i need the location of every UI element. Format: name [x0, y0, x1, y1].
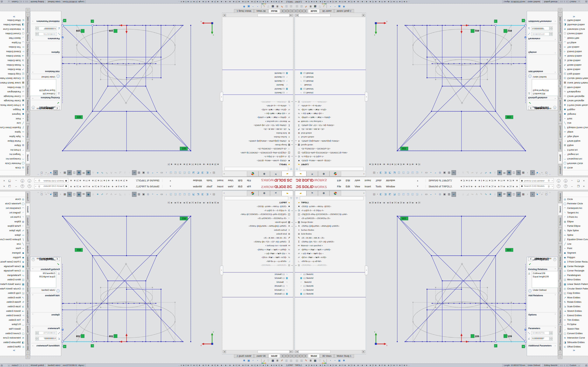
- tree-row[interactable]: ◔ ○25∙◎25ИƐ325○◦○25Ɛ3И25◎∙25○: [222, 217, 293, 221]
- sketch-row[interactable]: ▦ (-)Sketch2: [222, 277, 293, 281]
- expand-arrow-icon[interactable]: ▸: [295, 140, 297, 142]
- dimension-tag-bottom-2[interactable]: 109: [76, 334, 84, 338]
- view-toolbar-icon[interactable]: ▦: [521, 192, 525, 196]
- ok-checkmark-icon[interactable]: ✔: [529, 262, 531, 266]
- bottom-toolbar-icon[interactable]: ∟: [261, 358, 266, 363]
- view-toolbar-icon[interactable]: ↝: [470, 192, 474, 196]
- sketch-tool-item[interactable]: ∾ Spline: [0, 130, 25, 134]
- tree-row-part[interactable]: ▰ TЯPDL2.: [222, 201, 293, 205]
- sketch-tool-item[interactable]: ⇲ Scale Entities: [563, 304, 588, 309]
- sketch-tool-item[interactable]: ◆ Polygon: [0, 108, 25, 112]
- expand-arrow-icon[interactable]: ▸: [291, 156, 293, 157]
- bottom-toolbar-icon[interactable]: ▣: [246, 358, 251, 363]
- command-tab[interactable]: ⁞: [26, 355, 30, 359]
- document-tab[interactable]: Motion Study 1: [334, 354, 354, 358]
- tab-propertymanager[interactable]: ⚑: [270, 191, 282, 196]
- minimize-button[interactable]: –: [15, 185, 17, 188]
- command-tab[interactable]: Mesh Modeling: [26, 58, 30, 74]
- tree-row[interactable]: ∟ ○ИΝºƃе∙◎○◦○◎∙еƃºΝИ○: [295, 103, 366, 107]
- tree-row[interactable]: ∟ ○ИΝºƃе∙◎○◦○◎∙еƃºΝИ○: [222, 103, 293, 107]
- command-tab[interactable]: ⁞: [26, 350, 30, 355]
- bottom-toolbar-icon[interactable]: ≣: [308, 358, 313, 363]
- command-tab[interactable]: Features: [558, 164, 562, 176]
- length-spinner[interactable]: ▲▼: [550, 331, 552, 335]
- scroll-thumb[interactable]: [299, 14, 330, 17]
- command-tab[interactable]: ⁞: [26, 12, 30, 17]
- view-toolbar-icon[interactable]: ◐: [58, 171, 62, 175]
- sketch-tool-item[interactable]: ◠ Centerpoint Arc: [0, 206, 25, 210]
- panel-help-icon[interactable]: ?: [32, 258, 35, 261]
- existing-relations-header[interactable]: Existing Relations: [41, 268, 60, 271]
- bottom-toolbar-icon[interactable]: ▽: [318, 358, 322, 363]
- relation-item[interactable]: Collinear108: [31, 92, 55, 95]
- sketch-tool-item[interactable]: ✂ Trim Entities: [563, 45, 588, 49]
- pin-icon[interactable]: ▼: [416, 185, 419, 188]
- view-toolbar-icon[interactable]: ⇄: [516, 170, 521, 175]
- document-tab[interactable]: Motion Study 1: [234, 9, 254, 13]
- sketch-tool-item[interactable]: ▪ Point: [0, 117, 25, 121]
- sketch-tool-item[interactable]: ╱ Line: [0, 242, 25, 246]
- view-toolbar-icon[interactable]: ◪: [191, 192, 196, 196]
- search-icon[interactable]: ⚲: [548, 179, 550, 182]
- sketch-tool-item[interactable]: ⇲ Scale Entities: [0, 58, 25, 63]
- bottom-toolbar-icon[interactable]: ▥: [284, 358, 289, 363]
- tree-row[interactable]: ▸▨ Design Binder: [295, 221, 366, 225]
- tree-splitter[interactable]: [222, 94, 293, 95]
- command-tab[interactable]: Mold Tools: [26, 74, 30, 86]
- scroll-thumb[interactable]: [258, 350, 289, 353]
- tree-row[interactable]: ◖ Surface Bodies: [222, 134, 293, 138]
- sketch-tool-item[interactable]: ∿ Style Spline: [0, 228, 25, 233]
- search-input[interactable]: ◆Search CAD Models ⚲ ▾: [520, 178, 554, 183]
- sketch-tool-item[interactable]: ✂ Trim Entities: [563, 318, 588, 322]
- tree-row[interactable]: ◘ Solid Bodies: [222, 233, 293, 236]
- tab-nav-icon[interactable]: ◀: [291, 354, 294, 358]
- sketch-row[interactable]: ⌐ (-)Sketch1: [295, 90, 366, 94]
- sketch-tool-item[interactable]: ≋ Intersection Curve: [563, 335, 588, 340]
- menu-more-chevron[interactable]: ≫: [573, 349, 588, 352]
- document-tab[interactable]: Model: [308, 9, 320, 13]
- menu-more-chevron[interactable]: ≫: [0, 15, 15, 18]
- view-toolbar-icon[interactable]: ◉: [507, 192, 511, 197]
- tab-configurationmanager[interactable]: ⊕: [318, 171, 329, 176]
- tab-nav-icon[interactable]: ▶: [304, 9, 307, 13]
- dimension-tag-top-left[interactable]: 109: [400, 217, 408, 220]
- tree-row[interactable]: Σ ○25ИΝ◎◦╬Α∩°Ɛ3○◦○Ɛ3°∩Α╬◦◎ΝИ25○: [295, 123, 366, 127]
- bottom-toolbar-icon[interactable]: ✎: [280, 358, 284, 363]
- sketch-tool-item[interactable]: ⊏ Offset Entities: [0, 18, 25, 23]
- sketch-tool-item[interactable]: ↗ Move Entities: [563, 67, 588, 72]
- close-button[interactable]: ×: [3, 179, 5, 182]
- selection-handles[interactable]: [413, 287, 512, 342]
- view-toolbar-icon[interactable]: ◌: [127, 192, 132, 196]
- dimension-tag-bottom-2[interactable]: 109: [504, 29, 512, 33]
- view-toolbar-icon[interactable]: ▾: [377, 171, 378, 175]
- ghost-window-icon[interactable]: ❐: [545, 173, 548, 176]
- sketch-tool-item[interactable]: ∾ Spline: [563, 233, 588, 237]
- command-tab[interactable]: Features: [26, 191, 30, 203]
- view-toolbar-icon[interactable]: ◪: [392, 171, 397, 175]
- view-toolbar-icon[interactable]: ▤: [212, 192, 216, 196]
- sketch-lines[interactable]: [397, 19, 526, 151]
- command-tab[interactable]: Data Migration: [26, 309, 30, 324]
- menu-item[interactable]: View: [355, 185, 360, 188]
- restore-button[interactable]: ❐: [577, 185, 579, 188]
- sketch-tool-item[interactable]: ▭ Corner Rectangle: [563, 269, 588, 273]
- view-toolbar-icon[interactable]: ◓: [150, 192, 155, 196]
- sketch-tool-item[interactable]: ▪ Point: [563, 246, 588, 251]
- tree-row[interactable]: ▱ ○╬ИΝ◎∙+○Ж◉Ι○◦○Ι◉Ж○+∙◎ΝИ╬○: [222, 115, 293, 119]
- view-toolbar-icon[interactable]: ◨: [200, 171, 205, 175]
- tree-row[interactable]: ◘ Solid Bodies: [295, 131, 366, 134]
- tree-row[interactable]: ≔ Material < not specified >: [295, 119, 366, 123]
- view-toolbar-icon[interactable]: ▦: [521, 171, 525, 175]
- selection-handles[interactable]: [413, 25, 512, 80]
- relations-listbox[interactable]: Collinear108Equal length109: [30, 79, 56, 96]
- add-relations-header[interactable]: Add Relations: [45, 294, 60, 297]
- tree-row[interactable]: ▸▨ Design Binder: [222, 142, 293, 146]
- close-button[interactable]: ×: [3, 185, 5, 188]
- tab-nav-icon[interactable]: ▶: [284, 9, 287, 13]
- view-toolbar-icon[interactable]: ∿: [484, 171, 488, 175]
- expand-arrow-icon[interactable]: ▸: [295, 156, 297, 157]
- sketch-tool-item[interactable]: ◾ Segment: [563, 250, 588, 255]
- command-tab[interactable]: Markup: [26, 33, 30, 42]
- view-toolbar-icon[interactable]: ▾: [210, 192, 211, 196]
- tab-nav-icon[interactable]: ◀: [297, 9, 301, 13]
